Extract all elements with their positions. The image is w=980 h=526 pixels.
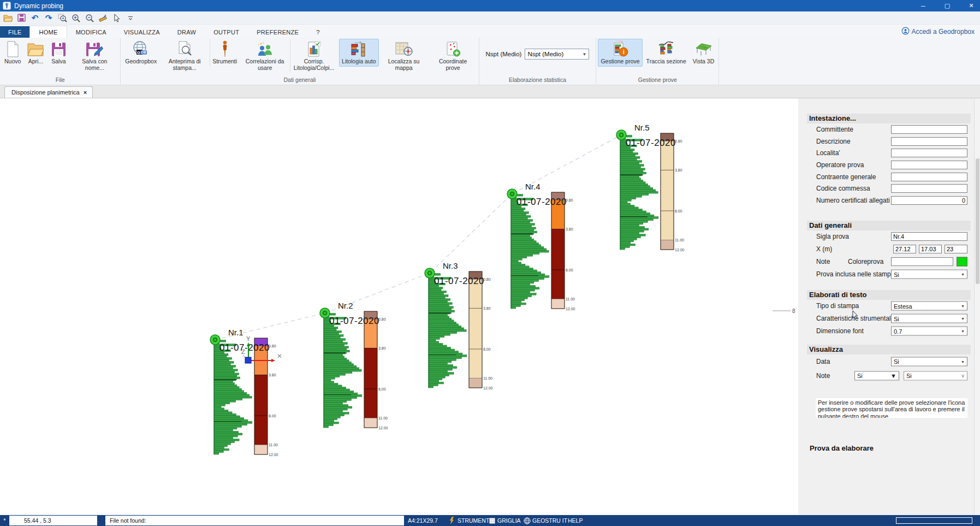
- status-item-strumenti[interactable]: STRUMENTI: [458, 515, 491, 526]
- stratigraphy-column-Nr.5: 0.803.808.0011.0012.00: [661, 133, 685, 252]
- x-m-input-2[interactable]: [919, 245, 942, 253]
- field-row-dimensione-font: Dimensione font0.7▼: [801, 325, 974, 338]
- status-progress-box: [896, 517, 972, 524]
- drawing-canvas[interactable]: 0.803.808.0011.0012.00Nr.101-07-2020Y✕Z0…: [0, 98, 798, 515]
- ribbon-button-nuovo[interactable]: Nuovo: [2, 39, 23, 67]
- save-as-icon: [86, 40, 103, 58]
- toolbar-overflow-icon[interactable]: [125, 13, 136, 23]
- ribbon-button-anteprima-di-stampa[interactable]: Anteprima di stampa...: [161, 39, 209, 73]
- svg-text:3.80: 3.80: [483, 306, 491, 310]
- ribbon-button-localizza-su-mappa[interactable]: Localizza su mappa: [380, 39, 428, 73]
- note-input[interactable]: [891, 257, 953, 266]
- tipo-di-stampa-select[interactable]: Estesa▼: [891, 302, 967, 311]
- nspt-select[interactable]: Nspt (Medio)▼: [525, 49, 589, 60]
- menu-tab-visualizza[interactable]: VISUALIZZA: [115, 26, 169, 38]
- x-m-input-3[interactable]: [945, 245, 967, 253]
- menu-tab--[interactable]: ?: [307, 26, 328, 38]
- menu-tab-output[interactable]: OUTPUT: [205, 26, 248, 38]
- probe-marker-Nr.3[interactable]: [425, 268, 435, 278]
- probe-date-label: 01-07-2020: [626, 138, 676, 148]
- ribbon-group-dati-generali: GDBGeodropboxAnteprima di stampa...Strum…: [121, 38, 479, 85]
- ribbon-button-correlazioni-da-usare[interactable]: Correlazioni da usare: [241, 39, 289, 73]
- field-row-localita: Localita': [801, 147, 974, 159]
- tools-person-icon: [221, 40, 229, 58]
- ribbon-button-traccia-sezione[interactable]: Traccia sezione: [644, 39, 689, 67]
- operatore-prova-input[interactable]: [891, 161, 967, 169]
- probe-marker-Nr.4[interactable]: [507, 189, 517, 199]
- maximize-button[interactable]: ▢: [942, 2, 953, 9]
- menu-tab-modifica[interactable]: MODIFICA: [67, 26, 115, 38]
- save-icon[interactable]: [16, 13, 27, 23]
- field-label: Contraente generale: [816, 173, 876, 181]
- descrizione-input[interactable]: [891, 137, 967, 146]
- svg-text:0.80: 0.80: [566, 198, 573, 202]
- prova-inclusa-nelle-stampe-select[interactable]: Si▼: [891, 270, 967, 279]
- committente-input[interactable]: [891, 125, 967, 134]
- ribbon-button-label: Apri...: [28, 58, 43, 65]
- caratteristiche-strumentali-select[interactable]: Si▼: [891, 314, 967, 323]
- panel-info-text: Per inserire o modificare delle prove se…: [816, 398, 967, 418]
- dimensione-font-select[interactable]: 0.7▼: [891, 327, 967, 336]
- ribbon-button-geodropbox[interactable]: GDBGeodropbox: [122, 39, 159, 67]
- status-item-help[interactable]: HELP: [568, 515, 583, 526]
- data-select[interactable]: Si▼: [891, 357, 967, 366]
- ribbon-button-vista-3d[interactable]: Vista 3D: [690, 39, 717, 67]
- probe-marker-Nr.5[interactable]: [616, 130, 626, 140]
- codice-commessa-input[interactable]: [891, 184, 967, 193]
- panel-scrollbar[interactable]: [974, 98, 980, 515]
- scrollbar-thumb[interactable]: [976, 158, 979, 284]
- ribbon-button-corrisp-litologia-colpi[interactable]: Corrisp. Litologia/Colpi...: [290, 39, 338, 73]
- mouse-cursor: [852, 310, 859, 322]
- ribbon-button-apri[interactable]: Apri...: [25, 39, 46, 67]
- svg-text:✕: ✕: [277, 352, 282, 360]
- svg-text:i: i: [623, 49, 625, 55]
- account-link[interactable]: Accedi a Geodropbox: [901, 27, 975, 37]
- measure-icon[interactable]: [98, 13, 109, 23]
- numero-certificati-allegati-input[interactable]: [891, 196, 967, 205]
- status-item-griglia[interactable]: GRIGLIA: [497, 515, 521, 526]
- note-select-1[interactable]: Si▼: [854, 371, 899, 380]
- section-header-intestazione: Intestazione...: [807, 114, 971, 123]
- sigla-prova-input[interactable]: [891, 232, 967, 241]
- open-folder-big-icon: [27, 40, 44, 58]
- menu-tab-preferenze[interactable]: PREFERENZE: [248, 26, 307, 38]
- undo-icon[interactable]: ↶: [29, 13, 40, 23]
- chevron-down-icon: ▼: [961, 329, 965, 333]
- ribbon-button-salva-con-nome[interactable]: Salva con nome...: [70, 39, 118, 73]
- field-row-committente: Committente: [801, 123, 974, 135]
- note-select-2[interactable]: Si∨: [904, 371, 967, 380]
- redo-icon[interactable]: ↷: [43, 13, 54, 23]
- zoom-window-icon[interactable]: [57, 13, 68, 23]
- minimize-button[interactable]: ─: [918, 3, 929, 9]
- svg-text:11.00: 11.00: [675, 238, 684, 242]
- probe-marker-Nr.1[interactable]: [210, 335, 220, 345]
- contraente-generale-input[interactable]: [891, 173, 967, 181]
- zoom-out-icon[interactable]: [84, 13, 95, 23]
- close-tab-icon[interactable]: ×: [84, 89, 87, 96]
- document-tab[interactable]: Disposizione planimetrica×: [4, 86, 93, 98]
- localita-input[interactable]: [891, 149, 967, 157]
- color-swatch[interactable]: [957, 257, 967, 267]
- close-button[interactable]: ✕: [966, 2, 977, 9]
- status-star: *: [0, 515, 9, 526]
- ribbon-button-strumenti[interactable]: Strumenti: [210, 39, 240, 67]
- probe-marker-Nr.2[interactable]: [320, 308, 330, 318]
- menu-tab-home[interactable]: HOME: [29, 26, 67, 38]
- ribbon-button-label: Nuovo: [4, 58, 21, 65]
- ribbon-button-salva[interactable]: Salva: [47, 39, 69, 67]
- menu-tab-file[interactable]: FILE: [0, 26, 29, 38]
- ribbon-button-coordinate-prove[interactable]: Coordinate prove: [429, 39, 477, 73]
- ribbon-button-litologia-auto[interactable]: Litologia auto: [339, 39, 378, 67]
- x-m-input-1[interactable]: [893, 245, 916, 253]
- menu-tab-draw[interactable]: DRAW: [169, 26, 205, 38]
- cursor-icon[interactable]: [111, 13, 122, 23]
- ribbon-button-gestione-prove[interactable]: 1 4 4iGestione prove: [598, 39, 642, 67]
- svg-text:3.80: 3.80: [269, 373, 276, 377]
- person-circle-icon: [901, 27, 910, 37]
- status-item-geostru-it[interactable]: GEOSTRU IT: [532, 515, 567, 526]
- field-row-note: NoteColoreprova: [801, 256, 974, 268]
- open-folder-icon[interactable]: [2, 13, 13, 23]
- field-label: Committente: [816, 126, 853, 133]
- correlations-icon: [257, 40, 273, 58]
- zoom-in-icon[interactable]: [70, 13, 81, 23]
